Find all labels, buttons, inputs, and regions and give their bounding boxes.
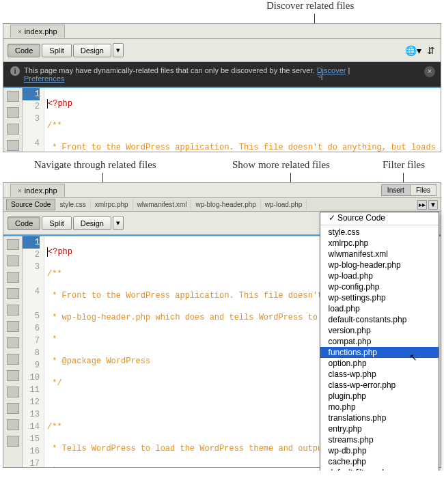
menu-item[interactable]: option.php [320, 358, 439, 369]
code-editor: 1 2 3 4 <?php /** * Front to the WordPre… [3, 87, 441, 152]
menu-item[interactable]: wlwmanifest.xml [320, 249, 439, 260]
panel-tab-insert[interactable]: Insert [382, 185, 411, 195]
document-tabbar: × index.php [3, 24, 441, 39]
split-view-button[interactable]: Split [42, 216, 71, 230]
related-files-dropdown[interactable]: Source Code style.cssxmlrpc.phpwlwmanife… [320, 212, 439, 471]
close-notice-button[interactable]: × [424, 66, 435, 77]
tab-label: index.php [25, 27, 57, 36]
preferences-link[interactable]: Preferences [24, 74, 64, 83]
document-tabbar: × index.php Insert Files [3, 183, 441, 198]
split-view-button[interactable]: Split [42, 44, 71, 57]
tool-icon[interactable] [7, 124, 19, 135]
annotation-navigate: Navigate through related files [34, 159, 156, 171]
code-view-button[interactable]: Code [8, 216, 40, 230]
view-dropdown-button[interactable]: ▾ [113, 43, 124, 57]
tool-icon[interactable] [7, 354, 19, 365]
view-toolbar: Code Split Design ▾ 🌐▾ ⇵ [3, 39, 441, 62]
menu-item[interactable]: entry.php [320, 423, 439, 434]
line-gutter: 1 2 3 4 [23, 88, 44, 152]
tool-icon[interactable] [7, 91, 19, 102]
menu-item[interactable]: version.php [320, 325, 439, 336]
menu-item[interactable]: cache.php [320, 456, 439, 467]
menu-item[interactable]: style.css [320, 227, 439, 238]
design-view-button[interactable]: Design [73, 44, 111, 57]
related-file[interactable]: wp-blog-header.php [191, 199, 260, 210]
discover-notice: i This page may have dynamically-related… [3, 62, 441, 87]
document-tab[interactable]: × index.php [10, 25, 65, 38]
related-file[interactable]: xmlrpc.php [91, 199, 133, 210]
line-gutter: 123 4 56 78910 11121314 15161718 [23, 236, 44, 467]
discover-link[interactable]: Discover [317, 66, 346, 74]
code-view-button[interactable]: Code [8, 44, 40, 57]
menu-item[interactable]: load.php [320, 303, 439, 314]
related-file[interactable]: wp-load.php [261, 199, 307, 210]
code-toolbar [3, 88, 23, 152]
annotation-showmore: Show more related files [232, 159, 330, 171]
top-panel: × index.php Code Split Design ▾ 🌐▾ ⇵ i T… [3, 23, 441, 152]
menu-item[interactable]: default-filters.php [320, 467, 439, 471]
panel-tab-files[interactable]: Files [411, 185, 436, 195]
tool-icon[interactable] [7, 337, 19, 348]
menu-item[interactable]: xmlrpc.php [320, 238, 439, 249]
menu-item[interactable]: translations.php [320, 412, 439, 423]
more-files-button[interactable]: ▸▸ [417, 200, 427, 210]
menu-item-source[interactable]: Source Code [320, 212, 439, 223]
notice-text: This page may have dynamically-related f… [24, 66, 315, 74]
sync-icon[interactable]: ⇵ [427, 45, 435, 56]
annotation-discover: Discover related files [266, 0, 354, 12]
line-number: 1 [23, 88, 40, 100]
menu-item[interactable]: functions.php [320, 347, 439, 358]
design-view-button[interactable]: Design [73, 216, 111, 230]
tool-icon[interactable] [7, 387, 19, 397]
menu-item[interactable]: wp-config.php [320, 281, 439, 292]
close-icon[interactable]: × [18, 187, 22, 195]
close-icon[interactable]: × [18, 28, 22, 36]
tool-icon[interactable] [7, 436, 19, 447]
menu-item[interactable]: mo.php [320, 402, 439, 412]
tool-icon[interactable] [7, 255, 19, 266]
tool-icon[interactable] [7, 239, 19, 250]
related-file[interactable]: style.css [55, 199, 90, 210]
related-files-bar: Source Code style.css xmlrpc.php wlwmani… [3, 198, 441, 212]
filter-files-button[interactable]: ▼ [428, 200, 438, 210]
tab-label: index.php [25, 186, 57, 195]
tool-icon[interactable] [7, 305, 19, 316]
menu-item[interactable]: wp-settings.php [320, 292, 439, 303]
tool-icon[interactable] [7, 107, 19, 118]
menu-item[interactable]: class-wp-error.php [320, 380, 439, 391]
globe-icon[interactable]: 🌐▾ [405, 45, 421, 56]
info-icon: i [10, 66, 20, 76]
menu-item[interactable]: wp-load.php [320, 270, 439, 281]
annotation-filter: Filter files [383, 159, 425, 171]
view-dropdown-button[interactable]: ▾ [113, 216, 124, 230]
code-toolbar [3, 236, 23, 467]
menu-item[interactable]: plugin.php [320, 391, 439, 402]
tool-icon[interactable] [7, 370, 19, 381]
menu-item[interactable]: compat.php [320, 336, 439, 347]
tool-icon[interactable] [7, 140, 19, 151]
related-file[interactable]: wlwmanifest.xml [133, 199, 192, 210]
menu-item[interactable]: wp-db.php [320, 445, 439, 456]
menu-item[interactable]: class-wp.php [320, 369, 439, 380]
menu-item[interactable]: default-constants.php [320, 314, 439, 325]
document-tab[interactable]: × index.php [10, 184, 65, 197]
menu-item[interactable]: wp-blog-header.php [320, 260, 439, 270]
tool-icon[interactable] [7, 288, 19, 299]
menu-item[interactable]: streams.php [320, 434, 439, 445]
bottom-panel: × index.php Insert Files Source Code sty… [3, 182, 441, 468]
code-area[interactable]: <?php /** * Front to the WordPress appli… [44, 88, 441, 152]
tool-icon[interactable] [7, 419, 19, 430]
tool-icon[interactable] [7, 272, 19, 283]
tool-icon[interactable] [7, 403, 19, 414]
source-code-button[interactable]: Source Code [6, 199, 55, 210]
tool-icon[interactable] [7, 321, 19, 332]
